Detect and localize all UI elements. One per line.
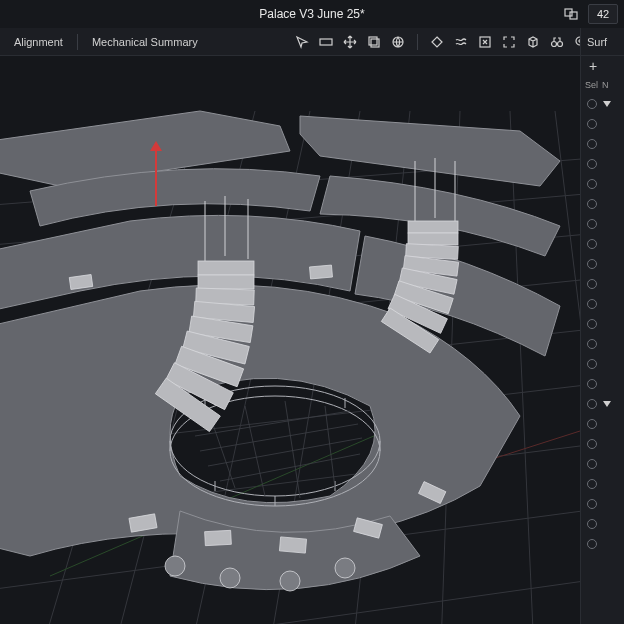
divider xyxy=(77,34,78,50)
svg-rect-53 xyxy=(198,275,254,289)
select-radio[interactable] xyxy=(587,139,597,149)
main-toolbar: Alignment Mechanical Summary xyxy=(0,28,624,56)
expand-icon[interactable] xyxy=(474,31,496,53)
select-radio[interactable] xyxy=(587,239,597,249)
svg-line-47 xyxy=(325,406,335,488)
col-n: N xyxy=(602,80,609,90)
layers-icon[interactable] xyxy=(363,31,385,53)
svg-point-9 xyxy=(552,41,557,46)
col-sel: Sel xyxy=(585,80,598,90)
select-radio[interactable] xyxy=(587,199,597,209)
select-radio[interactable] xyxy=(587,119,597,129)
scene-svg xyxy=(0,56,580,624)
surface-row[interactable] xyxy=(581,214,624,234)
select-radio[interactable] xyxy=(587,319,597,329)
svg-rect-76 xyxy=(279,537,306,553)
move-icon[interactable] xyxy=(339,31,361,53)
side-panel-header: Surf xyxy=(581,28,624,56)
expand-triangle-icon[interactable] xyxy=(603,401,611,407)
surface-row[interactable] xyxy=(581,274,624,294)
svg-rect-5 xyxy=(369,37,377,45)
cursor-icon[interactable] xyxy=(291,31,313,53)
svg-line-41 xyxy=(200,424,358,451)
select-radio[interactable] xyxy=(587,399,597,409)
surface-row[interactable] xyxy=(581,234,624,254)
svg-rect-52 xyxy=(198,261,254,275)
select-radio[interactable] xyxy=(587,259,597,269)
surface-row[interactable] xyxy=(581,194,624,214)
tool-group-nav xyxy=(289,31,411,53)
sync-icon[interactable] xyxy=(560,3,582,25)
surface-row[interactable] xyxy=(581,454,624,474)
venue-surfaces xyxy=(0,111,560,590)
select-radio[interactable] xyxy=(587,359,597,369)
svg-point-10 xyxy=(558,41,563,46)
surface-row[interactable] xyxy=(581,514,624,534)
select-radio[interactable] xyxy=(587,459,597,469)
waves-icon[interactable] xyxy=(450,31,472,53)
svg-point-82 xyxy=(335,558,355,578)
surface-row[interactable] xyxy=(581,134,624,154)
tab-alignment[interactable]: Alignment xyxy=(6,31,71,53)
svg-point-81 xyxy=(280,571,300,591)
surface-list xyxy=(581,94,624,554)
keyboard-icon[interactable] xyxy=(315,31,337,53)
surface-row[interactable] xyxy=(581,534,624,554)
select-radio[interactable] xyxy=(587,519,597,529)
select-radio[interactable] xyxy=(587,299,597,309)
select-radio[interactable] xyxy=(587,279,597,289)
surface-row[interactable] xyxy=(581,374,624,394)
select-radio[interactable] xyxy=(587,179,597,189)
surface-row[interactable] xyxy=(581,254,624,274)
side-panel: Surf + Sel N xyxy=(580,28,624,624)
select-radio[interactable] xyxy=(587,99,597,109)
svg-point-80 xyxy=(220,568,240,588)
document-title: Palace V3 June 25* xyxy=(259,7,364,21)
select-radio[interactable] xyxy=(587,219,597,229)
select-radio[interactable] xyxy=(587,379,597,389)
select-radio[interactable] xyxy=(587,159,597,169)
surface-row[interactable] xyxy=(581,174,624,194)
svg-line-29 xyxy=(510,111,535,624)
surface-row[interactable] xyxy=(581,114,624,134)
select-radio[interactable] xyxy=(587,439,597,449)
diamond-icon[interactable] xyxy=(426,31,448,53)
surface-row[interactable] xyxy=(581,434,624,454)
select-radio[interactable] xyxy=(587,419,597,429)
svg-point-79 xyxy=(165,556,185,576)
svg-line-45 xyxy=(245,406,265,496)
svg-line-43 xyxy=(220,454,360,481)
svg-line-30 xyxy=(555,111,580,624)
title-bar: Palace V3 June 25* 42 xyxy=(0,0,624,28)
surface-row[interactable] xyxy=(581,294,624,314)
svg-rect-75 xyxy=(205,530,232,545)
svg-line-42 xyxy=(208,438,362,466)
select-radio[interactable] xyxy=(587,499,597,509)
surface-row[interactable] xyxy=(581,94,624,114)
svg-rect-73 xyxy=(310,265,333,279)
binoculars-icon[interactable] xyxy=(546,31,568,53)
select-radio[interactable] xyxy=(587,339,597,349)
surface-row[interactable] xyxy=(581,394,624,414)
expand-triangle-icon[interactable] xyxy=(603,101,611,107)
svg-rect-6 xyxy=(371,39,379,47)
fullscreen-icon[interactable] xyxy=(498,31,520,53)
tab-mechanical-summary[interactable]: Mechanical Summary xyxy=(84,31,206,53)
surface-row[interactable] xyxy=(581,354,624,374)
surface-row[interactable] xyxy=(581,314,624,334)
surface-row[interactable] xyxy=(581,414,624,434)
add-surface-button[interactable]: + xyxy=(581,56,624,76)
cube-icon[interactable] xyxy=(522,31,544,53)
surface-row[interactable] xyxy=(581,474,624,494)
surface-row[interactable] xyxy=(581,494,624,514)
snapshot-count[interactable]: 42 xyxy=(588,4,618,24)
select-radio[interactable] xyxy=(587,479,597,489)
3d-viewport[interactable] xyxy=(0,56,580,624)
side-columns: Sel N xyxy=(581,76,624,94)
surface-row[interactable] xyxy=(581,334,624,354)
svg-rect-65 xyxy=(408,233,458,245)
surface-row[interactable] xyxy=(581,154,624,174)
svg-rect-72 xyxy=(69,275,92,290)
globe-icon[interactable] xyxy=(387,31,409,53)
select-radio[interactable] xyxy=(587,539,597,549)
